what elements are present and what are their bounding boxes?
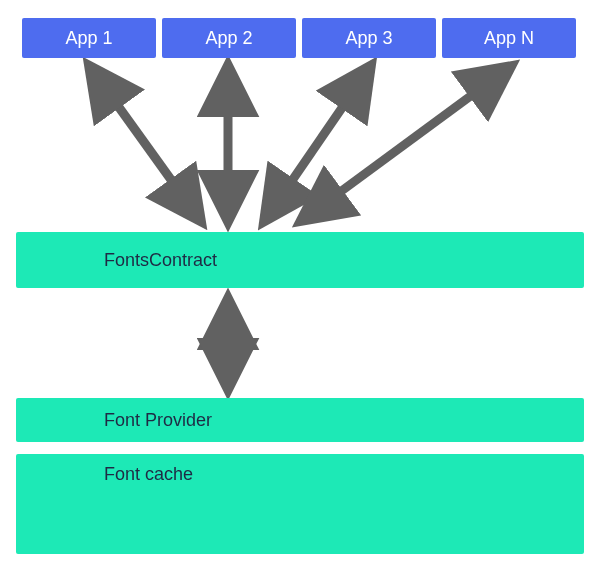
layer-label: FontsContract <box>104 250 217 271</box>
app-label: App 3 <box>345 28 392 49</box>
layer-label: Font Provider <box>104 410 212 431</box>
arrow-appn-to-contract <box>302 67 510 220</box>
app-box-2: App 2 <box>162 18 296 58</box>
arrow-app1-to-contract <box>90 67 200 220</box>
font-cache-layer: Font cache <box>16 454 584 554</box>
diagram-canvas: App 1 App 2 App 3 App N FontsContract Fo… <box>0 0 600 574</box>
app-label: App 1 <box>65 28 112 49</box>
app-box-3: App 3 <box>302 18 436 58</box>
arrow-app3-to-contract <box>265 67 370 220</box>
app-label: App N <box>484 28 534 49</box>
font-provider-layer: Font Provider <box>16 398 584 442</box>
layer-label: Font cache <box>104 464 193 485</box>
fonts-contract-layer: FontsContract <box>16 232 584 288</box>
app-label: App 2 <box>205 28 252 49</box>
app-box-n: App N <box>442 18 576 58</box>
app-box-1: App 1 <box>22 18 156 58</box>
